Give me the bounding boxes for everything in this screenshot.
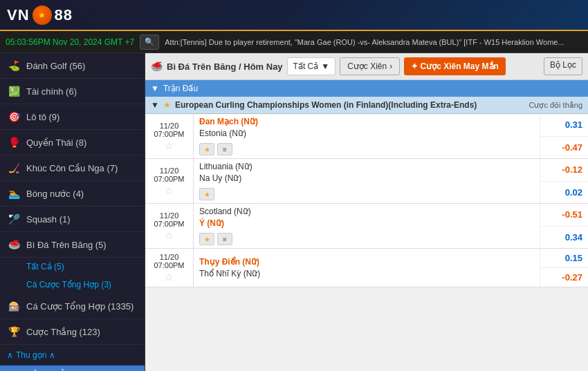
sidebar-label-squash: Squash (1) (26, 214, 71, 225)
sidebar-collapse[interactable]: ∧ Thu gọn ∧ (0, 345, 145, 365)
odds-col-1: 0.31 -0.47 (540, 114, 588, 158)
match-icons-1: ★ ≡ (199, 143, 534, 155)
squash-icon: 🏸 (7, 212, 21, 226)
search-button[interactable]: 🔍 (140, 35, 159, 50)
match-teams-2: Lithuania (Nữ) Na Uy (Nữ) ★ (194, 159, 540, 203)
sidebar-item-bi-da[interactable]: 🥌 Bì Đá Trên Băng (5) (0, 232, 145, 258)
match-row-4: 11/20 07:00PM ☆ Thụy Điển (Nữ) Thổ Nhĩ K… (145, 249, 588, 287)
match-hour-2: 07:00PM (154, 175, 184, 183)
sidebar-item-lo-to[interactable]: 🎯 Lô tô (9) (0, 104, 145, 130)
sidebar-label-ca-cuoc-tong-hop: Cá Cược Tổng Hợp (1335) (26, 301, 134, 312)
section-label: Trận Đấu (163, 84, 198, 93)
favorite-icon-1[interactable]: ★ (199, 143, 214, 155)
cuoc-xien-label: Cược Xiên (347, 61, 387, 71)
sidebar-item-khuc-con-cau[interactable]: 🏒 Khúc Côn Cầu Nga (7) (0, 155, 145, 181)
match-row-2: 11/20 07:00PM ☆ Lithuania (Nữ) Na Uy (Nữ… (145, 159, 588, 203)
championship-name: European Curling Championships Women (in… (175, 100, 477, 110)
stats-icon-3[interactable]: ≡ (217, 233, 232, 245)
logo-vn: VN (7, 6, 30, 24)
header: VN 88 (0, 0, 588, 31)
match-hour-3: 07:00PM (154, 220, 184, 228)
chevron-up-icon: ∧ (7, 350, 13, 360)
bo-loc-label: Bộ Lọc (550, 60, 576, 70)
match-star-4[interactable]: ☆ (165, 272, 174, 283)
team1-1: Đan Mạch (Nữ) (199, 117, 534, 126)
cuoc-xien-button[interactable]: Cược Xiên › (340, 57, 400, 75)
match-time-3: 11/20 07:00PM ☆ (145, 204, 194, 248)
sidebar: ⛳ Đánh Golf (56) 💹 Tài chính (6) 🎯 Lô tô… (0, 53, 145, 371)
favorite-icon-3[interactable]: ★ (199, 233, 214, 245)
match-group-3: 11/20 07:00PM ☆ Scotland (Nữ) Ý (Nữ) ★ ≡… (145, 204, 588, 249)
filter-select[interactable]: Tất Cả ▼ (287, 57, 336, 75)
champ-star-icon[interactable]: ★ (163, 100, 171, 110)
chevron-down-icon: ▼ (321, 61, 329, 71)
logo-num: 88 (55, 6, 73, 24)
casino-icon: 🎰 (7, 299, 21, 313)
content-area: 🥌 Bì Đá Trên Băng / Hôm Nay Tất Cả ▼ Cượ… (145, 53, 588, 371)
sidebar-item-squash[interactable]: 🏸 Squash (1) (0, 207, 145, 232)
match-star-3[interactable]: ☆ (165, 230, 174, 241)
section-collapse-icon: ▼ (151, 84, 159, 93)
odds-label: Cược đối thắng (529, 101, 582, 110)
ticker-message: Attn:[Tennis] Due to player retirement, … (165, 38, 582, 46)
match-row-1: 11/20 07:00PM ☆ Đan Mạch (Nữ) Estonia (N… (145, 114, 588, 158)
match-date-4: 11/20 (160, 253, 179, 261)
logo[interactable]: VN 88 (7, 6, 73, 25)
waterpolo-icon: 🏊 (7, 187, 21, 200)
sidebar-item-tai-chinh[interactable]: 💹 Tài chính (6) (0, 79, 145, 104)
odds-col-2: -0.12 0.02 (540, 159, 588, 203)
stats-icon-1[interactable]: ≡ (217, 143, 232, 155)
sidebar-label-tai-chinh: Tài chính (6) (26, 86, 77, 97)
may-man-label: ✦ Cược Xiên May Mắn (411, 61, 499, 71)
odds2-3[interactable]: 0.34 (540, 227, 588, 249)
sidebar-sub-tat-ca[interactable]: Tất Cả (5) (0, 258, 145, 276)
sidebar-label-bi-da: Bì Đá Trên Băng (5) (26, 240, 107, 250)
odds1-2[interactable]: -0.12 (540, 159, 588, 182)
match-star-1[interactable]: ☆ (165, 140, 174, 151)
sidebar-label-danh-golf: Đánh Golf (56) (26, 61, 85, 71)
favorite-icon-2[interactable]: ★ (199, 188, 214, 200)
match-row-3: 11/20 07:00PM ☆ Scotland (Nữ) Ý (Nữ) ★ ≡… (145, 204, 588, 248)
lotto-icon: 🎯 (7, 110, 21, 124)
odds1-4[interactable]: 0.15 (540, 249, 588, 268)
match-icons-2: ★ (199, 188, 534, 200)
odds1-1[interactable]: 0.31 (540, 114, 588, 137)
cuoc-xien-may-man-button[interactable]: ✦ Cược Xiên May Mắn (404, 57, 506, 75)
sidebar-collapse-label: Thu gọn ∧ (16, 350, 55, 360)
ticker-time: 05:03:56PM Nov 20, 2024 GMT +7 (6, 37, 134, 47)
match-teams-3: Scotland (Nữ) Ý (Nữ) ★ ≡ (194, 204, 540, 248)
arrow-right-icon: › (389, 61, 392, 71)
sidebar-item-danh-golf[interactable]: ⛳ Đánh Golf (56) (0, 53, 145, 79)
odds2-4[interactable]: -0.27 (540, 268, 588, 287)
main-layout: ⛳ Đánh Golf (56) 💹 Tài chính (6) 🎯 Lô tô… (0, 53, 588, 371)
ticker-bar: 05:03:56PM Nov 20, 2024 GMT +7 🔍 Attn:[T… (0, 31, 588, 53)
match-group-2: 11/20 07:00PM ☆ Lithuania (Nữ) Na Uy (Nữ… (145, 159, 588, 204)
sidebar-label-cuoc-thang: Cược Thắng (123) (26, 327, 100, 337)
team2-2: Na Uy (Nữ) (199, 173, 534, 183)
sidebar-item-cuoc-thang[interactable]: 🏆 Cược Thắng (123) (0, 319, 145, 345)
logo-ball (33, 6, 52, 25)
match-star-2[interactable]: ☆ (165, 185, 174, 196)
sidebar-item-quyen-thai[interactable]: 🥊 Quyền Thái (8) (0, 130, 145, 155)
match-time-1: 11/20 07:00PM ☆ (145, 114, 194, 158)
match-time-4: 11/20 07:00PM ☆ (145, 249, 194, 287)
odds-col-4: 0.15 -0.27 (540, 249, 588, 287)
sidebar-item-the-thao-ao[interactable]: 🎮 Thể Thao Ảo ▼ (0, 365, 145, 371)
match-date-2: 11/20 (160, 167, 179, 175)
team1-3: Scotland (Nữ) (199, 207, 534, 216)
championship-header: ▼ ★ European Curling Championships Women… (145, 97, 588, 114)
odds2-2[interactable]: 0.02 (540, 182, 588, 204)
sidebar-item-ca-cuoc-tong-hop[interactable]: 🎰 Cá Cược Tổng Hợp (1335) (0, 294, 145, 319)
sidebar-item-bong-nuoc[interactable]: 🏊 Bóng nước (4) (0, 181, 145, 207)
bo-loc-button[interactable]: Bộ Lọc (544, 57, 582, 75)
odds1-3[interactable]: -0.51 (540, 204, 588, 227)
champ-collapse-icon: ▼ (151, 100, 159, 110)
sidebar-sub-label-tat-ca: Tất Cả (5) (26, 262, 64, 272)
filter-title: Bì Đá Trên Băng / Hôm Nay (167, 61, 283, 72)
odds2-1[interactable]: -0.47 (540, 137, 588, 159)
sidebar-label-khuc-con-cau: Khúc Côn Cầu Nga (7) (26, 163, 118, 173)
boxing-icon: 🥊 (7, 135, 21, 149)
sidebar-label-lo-to: Lô tô (9) (26, 112, 59, 122)
sidebar-sub-label-ca-cuoc: Cá Cược Tổng Hợp (3) (26, 280, 111, 289)
sidebar-sub-ca-cuoc[interactable]: Cá Cược Tổng Hợp (3) (0, 276, 145, 294)
